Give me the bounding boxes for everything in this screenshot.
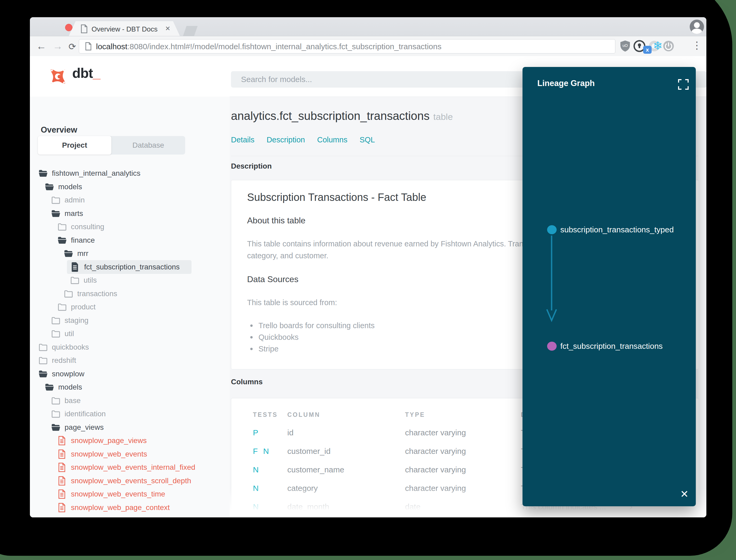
tree-item-identification[interactable]: identification [51,407,106,421]
back-icon[interactable]: ← [36,41,46,51]
tree-item-quickbooks[interactable]: quickbooks [39,340,89,354]
folder-open-icon [64,249,73,258]
doc-title: Subscription Transactions - Fact Table [247,191,426,203]
tab-project[interactable]: Project [38,136,111,155]
titlebar: Overview - DBT Docs ✕ [30,17,706,36]
lineage-edge-arrow [522,67,696,506]
column-tests: F N [253,447,271,456]
folder-open-icon [39,369,48,378]
source-list-item: Trello boards for consulting clients [250,321,374,330]
folder-icon [58,302,67,311]
folder-icon [51,396,60,405]
tree-item-mrr[interactable]: mrr [64,247,88,260]
column-type: character varying [405,428,466,437]
source-list-item: Quickbooks [250,333,299,342]
tree-item-page_views[interactable]: page_views [51,421,104,434]
doc-red-icon [58,503,67,512]
tree-item-finance[interactable]: finance [58,233,95,247]
tree-item-utils[interactable]: utils [70,273,97,287]
about-heading: About this table [247,216,306,225]
about-paragraph-line2: category, and customer. [247,251,328,260]
tab-close-icon[interactable]: ✕ [165,25,170,32]
column-type: character varying [405,465,466,474]
logo-cursor: _ [93,65,100,81]
desktop: Overview - DBT Docs ✕ ← → ⟳ localhost:80… [0,0,736,560]
folder-open-icon [51,423,60,432]
fullscreen-icon[interactable] [678,79,689,90]
power-extension-icon[interactable] [662,40,675,52]
tab-database[interactable]: Database [111,136,185,155]
tree-item-util[interactable]: util [51,327,74,341]
new-tab-button[interactable] [183,26,198,37]
ublock-shield-icon[interactable]: uO [619,40,631,52]
tree-item-snowplow_web_events_scroll_depth[interactable]: snowplow_web_events_scroll_depth [58,474,191,488]
tree-item-fishtown_internal_analytics[interactable]: fishtown_internal_analytics [39,166,141,180]
tree-item-consulting[interactable]: consulting [58,220,104,234]
tree-item-staging[interactable]: staging [51,314,88,327]
url-bar[interactable]: localhost:8080/index.html#!/model/model.… [79,39,615,53]
col-header-type: TYPE [405,411,425,418]
doc-red-icon [58,450,67,459]
bullet-icon [250,324,253,327]
tree-item-snowplow_web_page_context[interactable]: snowplow_web_page_context [58,501,170,514]
folder-icon [58,222,67,231]
tree-item-snowplow_web_events_internal_fixed[interactable]: snowplow_web_events_internal_fixed [58,460,195,474]
close-window-button[interactable] [65,24,73,31]
tree-item-models[interactable]: models [45,180,82,194]
reload-icon[interactable]: ⟳ [69,42,76,52]
folder-open-icon [39,169,48,178]
lineage-graph-panel: Lineage Graph subscription_transactions_… [522,67,696,506]
browser-menu-icon[interactable]: ⋮ [692,39,702,51]
tab-description[interactable]: Description [267,136,305,144]
doc-red-icon [58,476,67,485]
tree-item-base[interactable]: base [51,394,81,408]
about-paragraph-line1: This table contains information about re… [247,240,527,248]
node-circle-icon [547,342,557,351]
doc-icon [71,263,80,272]
column-type: character varying [405,447,466,456]
page-favicon-icon [80,24,88,34]
forward-icon[interactable]: → [53,41,63,51]
lineage-node-subscription_transactions_typed[interactable]: subscription_transactions_typed [547,224,674,236]
snowflake-icon[interactable]: ❄ [653,39,663,52]
tree-item-transactions[interactable]: transactions [64,287,117,301]
tree-item-snowplow_web_events_time[interactable]: snowplow_web_events_time [58,487,165,501]
source-list-item: Stripe [250,345,279,353]
column-name: customer_name [287,465,344,474]
sources-heading: Data Sources [247,274,299,284]
tab-details[interactable]: Details [231,136,255,144]
column-tests: N [253,465,260,474]
lineage-node-fct_subscription_transactions[interactable]: fct_subscription_transactions [547,340,663,352]
tree-item-snowplow_web_events[interactable]: snowplow_web_events [58,447,147,461]
profile-avatar[interactable] [690,20,704,34]
folder-icon [70,276,79,285]
model-nav-tabs: DetailsDescriptionColumnsSQL [231,136,375,144]
tab-sql[interactable]: SQL [360,136,375,144]
folder-icon [64,289,73,298]
bullet-icon [250,348,253,350]
tab-columns[interactable]: Columns [317,136,348,144]
tree-item-snowplow[interactable]: snowplow [39,367,84,381]
tree-item-product[interactable]: product [58,300,96,314]
folder-open-icon [45,182,54,191]
tree-item-redshift[interactable]: redshift [39,354,76,367]
tree-item-models[interactable]: models [45,380,82,394]
dbt-logo-text: dbt_ [72,65,100,81]
dbt-logo-icon[interactable] [48,66,68,88]
tree-item-marts[interactable]: marts [51,207,83,220]
folder-icon [39,343,48,352]
doc-red-icon [58,463,67,472]
doc-red-icon [58,490,67,499]
page-title: analytics.fct_subscription_transactionst… [231,109,453,123]
node-circle-icon [547,225,557,234]
view-switcher: Project Database [38,136,185,155]
tree-item-admin[interactable]: admin [51,193,85,207]
folder-icon [39,356,48,365]
resource-type-badge: table [433,112,453,122]
tree-item-snowplow_page_views[interactable]: snowplow_page_views [58,434,147,448]
column-tests: P [253,428,260,437]
sidebar-heading: Overview [41,125,77,135]
close-icon[interactable]: ✕ [680,488,689,500]
tree-item-fct_subscription_transactions[interactable]: fct_subscription_transactions [67,260,192,274]
browser-tab[interactable]: Overview - DBT Docs ✕ [69,21,180,36]
